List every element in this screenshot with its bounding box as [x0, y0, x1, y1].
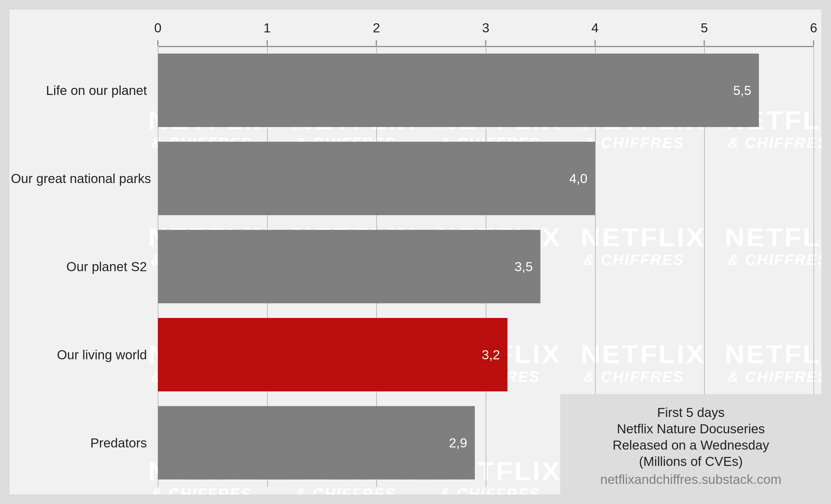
annotation-line-2: Netflix Nature Docuseries — [577, 421, 805, 437]
x-tick-label: 5 — [688, 21, 720, 35]
y-category-label: Our great national parks — [11, 171, 147, 186]
y-category-label: Life on our planet — [11, 83, 147, 98]
bar-value-label: 3,2 — [482, 347, 500, 362]
bar: 3,5 — [158, 230, 540, 303]
tick-mark — [485, 40, 486, 46]
x-tick-label: 3 — [469, 21, 502, 35]
annotation-line-1: First 5 days — [577, 405, 805, 421]
bar-value-label: 4,0 — [569, 171, 588, 186]
chart-container: NETFLIX& CHIFFRESNETFLIX& CHIFFRESNETFLI… — [9, 9, 822, 495]
bar: 4,0 — [158, 142, 595, 215]
annotation-source: netflixandchiffres.substack.com — [577, 472, 805, 487]
bar: 3,2 — [158, 318, 508, 391]
x-tick-label: 2 — [360, 21, 393, 35]
bar-value-label: 3,5 — [515, 259, 533, 274]
tick-mark — [704, 40, 705, 46]
tick-mark — [376, 40, 377, 46]
y-category-label: Our living world — [11, 347, 147, 362]
tick-mark — [267, 40, 268, 46]
x-tick-label: 0 — [142, 21, 174, 35]
bar-value-label: 2,9 — [449, 436, 467, 450]
annotation-line-4: (Millions of CVEs) — [577, 453, 805, 470]
x-tick-label: 6 — [797, 21, 830, 35]
y-category-label: Predators — [11, 436, 147, 450]
bar: 2,9 — [158, 406, 475, 479]
x-tick-label: 4 — [579, 21, 611, 35]
bar-value-label: 5,5 — [733, 83, 751, 98]
tick-mark — [813, 40, 814, 46]
tick-mark — [595, 40, 596, 46]
annotation-line-3: Released on a Wednesday — [577, 437, 805, 453]
x-tick-label: 1 — [251, 21, 284, 35]
bar: 5,5 — [158, 54, 759, 127]
chart-annotation-box: First 5 days Netflix Nature Docuseries R… — [560, 394, 822, 495]
tick-mark — [157, 40, 159, 46]
y-category-label: Our planet S2 — [11, 259, 147, 274]
